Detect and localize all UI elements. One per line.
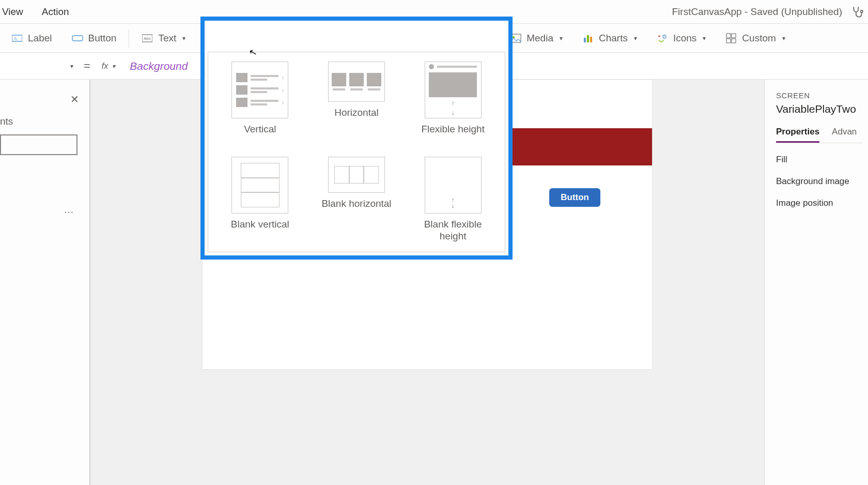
panel-section-label: SCREEN	[776, 91, 863, 100]
gallery-options-grid: › › › Vertical Horizontal	[208, 52, 505, 252]
chevron-down-icon: ▾	[70, 63, 73, 70]
fx-label: fx	[102, 62, 108, 71]
chevron-down-icon: ▾	[112, 63, 115, 70]
ribbon-button[interactable]: Button	[64, 29, 125, 47]
svg-rect-28	[726, 34, 731, 38]
properties-panel: SCREEN VariablePlayTwo Properties Advan …	[765, 80, 868, 485]
svg-point-0	[861, 10, 863, 12]
svg-rect-30	[726, 39, 731, 43]
text-icon: Abc	[142, 33, 153, 44]
app-title-area: FirstCanvasApp - Saved (Unpublished)	[672, 5, 869, 19]
gallery-option-label: Flexible height	[421, 124, 485, 135]
gallery-option-vertical[interactable]: › › › Vertical	[219, 62, 302, 151]
gallery-option-blank-horizontal[interactable]: Blank horizontal	[315, 157, 398, 247]
icons-icon	[657, 33, 668, 44]
ribbon-text[interactable]: Abc Text ▾	[133, 29, 194, 47]
fx-button[interactable]: fx ▾	[97, 59, 120, 73]
gallery-option-label: Horizontal	[334, 107, 379, 119]
screen-name: VariablePlayTwo	[776, 103, 863, 115]
blank-horizontal-thumb	[328, 157, 385, 193]
gallery-option-horizontal[interactable]: Horizontal	[315, 62, 398, 151]
ribbon-media-label: Media	[526, 33, 553, 44]
app-title: FirstCanvasApp - Saved (Unpublished)	[672, 6, 843, 18]
label-icon: A	[11, 33, 23, 44]
charts-icon	[582, 33, 594, 44]
ribbon-button-text: Button	[88, 33, 117, 44]
gallery-dropdown: ↖ › › › Vertical Horizontal	[200, 17, 513, 260]
prop-fill[interactable]: Fill	[776, 155, 863, 165]
gallery-option-flexible[interactable]: ↑ ↓ Flexible height	[411, 62, 494, 151]
vertical-thumb: › › ›	[231, 62, 288, 118]
app-checker-icon[interactable]	[850, 5, 864, 19]
prop-image-position[interactable]: Image position	[776, 198, 863, 208]
chevron-down-icon: ▾	[634, 35, 637, 42]
equals-sign: =	[78, 59, 97, 73]
gallery-option-blank-flexible[interactable]: ↑↓ Blank flexible height	[411, 157, 494, 247]
chevron-down-icon: ▾	[560, 35, 563, 42]
tree-search-input[interactable]	[0, 134, 78, 155]
svg-rect-24	[584, 38, 586, 42]
menu-action[interactable]: Action	[40, 2, 71, 22]
svg-rect-29	[732, 34, 736, 38]
flexible-thumb: ↑ ↓	[425, 62, 482, 118]
ribbon-custom-label: Custom	[742, 33, 776, 44]
ribbon-icons-label: Icons	[673, 33, 696, 44]
button-icon	[72, 33, 83, 44]
horizontal-thumb	[328, 62, 385, 102]
blank-flexible-thumb: ↑↓	[425, 157, 482, 214]
tree-view-panel: ✕ nts …	[0, 80, 90, 485]
formula-expression[interactable]: Background	[120, 60, 188, 72]
tree-header: nts	[0, 116, 89, 127]
ribbon-charts-label: Charts	[599, 33, 628, 44]
custom-icon	[725, 33, 737, 44]
svg-text:Abc: Abc	[144, 36, 151, 41]
svg-point-27	[663, 35, 666, 38]
panel-tabs: Properties Advan	[776, 127, 863, 143]
ribbon-divider	[129, 29, 129, 48]
gallery-option-label: Blank vertical	[231, 219, 289, 231]
svg-rect-31	[732, 39, 736, 43]
property-dropdown[interactable]: ▾	[0, 57, 78, 75]
chevron-down-icon: ▾	[782, 35, 785, 42]
gallery-option-label: Blank flexible height	[411, 219, 494, 242]
canvas-button-control[interactable]: Button	[549, 188, 600, 207]
tree-item-more-icon[interactable]: …	[64, 204, 75, 216]
chevron-down-icon: ▾	[182, 35, 185, 42]
tab-properties[interactable]: Properties	[776, 127, 819, 143]
close-icon[interactable]: ✕	[70, 93, 79, 105]
prop-background-image[interactable]: Background image	[776, 176, 863, 187]
gallery-option-label: Blank horizontal	[321, 198, 391, 210]
menu-view[interactable]: View	[0, 2, 25, 22]
ribbon-charts[interactable]: Charts ▾	[574, 29, 645, 47]
ribbon-label[interactable]: A Label	[3, 29, 60, 47]
ribbon-label-text: Label	[28, 33, 52, 44]
svg-text:A: A	[14, 36, 17, 41]
chevron-down-icon: ▾	[703, 35, 706, 42]
ribbon-icons[interactable]: Icons ▾	[648, 29, 714, 47]
svg-rect-3	[72, 36, 83, 41]
svg-rect-25	[587, 35, 589, 42]
gallery-option-label: Vertical	[244, 124, 276, 135]
gallery-option-blank-vertical[interactable]: Blank vertical	[219, 157, 302, 247]
blank-vertical-thumb	[231, 157, 288, 214]
ribbon-custom[interactable]: Custom ▾	[717, 29, 793, 47]
tab-advanced[interactable]: Advan	[832, 127, 857, 143]
svg-rect-26	[590, 37, 592, 42]
ribbon-text-label: Text	[158, 33, 176, 44]
